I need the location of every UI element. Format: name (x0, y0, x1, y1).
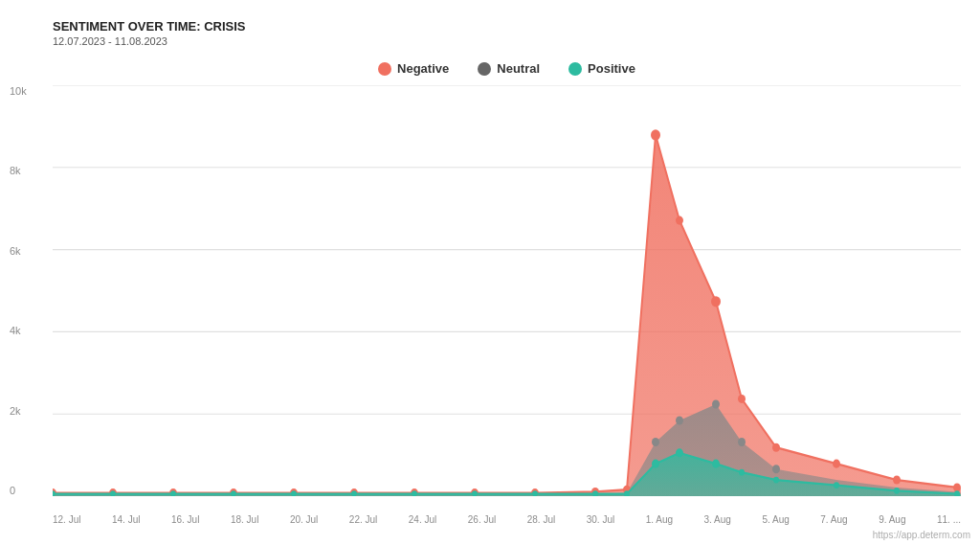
svg-point-26 (738, 438, 746, 446)
y-label-4k: 4k (10, 325, 27, 336)
chart-container: SENTIMENT OVER TIME: CRISIS 12.07.2023 -… (0, 0, 980, 545)
legend-label-negative: Negative (397, 61, 449, 76)
svg-point-16 (651, 129, 660, 140)
neutral-area (53, 404, 961, 496)
svg-point-22 (893, 476, 901, 485)
y-label-6k: 6k (10, 245, 27, 257)
y-label-2k: 2k (10, 405, 27, 417)
svg-point-38 (652, 460, 659, 468)
neu-dot (652, 438, 659, 446)
svg-point-17 (676, 216, 683, 225)
svg-point-40 (712, 460, 720, 468)
x-label-15: 11. ... (937, 514, 961, 525)
legend-item-neutral: Neutral (478, 61, 540, 76)
y-axis-labels: 0 2k 4k 6k 8k 10k (10, 85, 27, 496)
negative-area (53, 135, 961, 496)
svg-point-42 (773, 477, 779, 484)
svg-point-39 (676, 448, 683, 457)
legend-item-positive: Positive (568, 61, 635, 76)
svg-point-24 (676, 416, 683, 424)
svg-point-21 (833, 460, 840, 468)
legend-item-negative: Negative (378, 61, 449, 76)
legend-dot-neutral (478, 62, 491, 76)
chart-legend: Negative Neutral Positive (53, 61, 961, 76)
x-axis-labels: 12. Jul 14. Jul 16. Jul 18. Jul 20. Jul … (53, 514, 961, 525)
svg-point-43 (834, 482, 839, 488)
svg-point-25 (712, 400, 720, 409)
svg-point-44 (894, 488, 900, 494)
legend-label-positive: Positive (588, 61, 635, 76)
svg-point-23 (953, 483, 961, 491)
svg-point-27 (772, 465, 780, 473)
x-label-0: 12. Jul (53, 514, 80, 525)
x-label-11: 3. Aug (704, 514, 731, 525)
x-label-8: 28. Jul (527, 514, 555, 525)
watermark: https://app.determ.com (873, 530, 970, 540)
legend-label-neutral: Neutral (497, 61, 540, 76)
chart-svg (53, 85, 961, 496)
x-label-6: 24. Jul (409, 514, 436, 525)
svg-point-20 (772, 443, 780, 452)
svg-point-18 (711, 296, 721, 307)
x-label-14: 9. Aug (879, 514, 905, 525)
x-label-1: 14. Jul (112, 514, 140, 525)
x-label-10: 1. Aug (646, 514, 673, 525)
svg-point-19 (738, 395, 746, 403)
y-label-0: 0 (10, 485, 27, 496)
x-label-5: 22. Jul (349, 514, 377, 525)
y-label-10k: 10k (10, 85, 27, 97)
negative-line (53, 135, 957, 493)
y-label-8k: 8k (10, 165, 27, 176)
legend-dot-negative (378, 62, 391, 76)
x-label-4: 20. Jul (290, 514, 318, 525)
legend-dot-positive (568, 62, 582, 76)
x-label-9: 30. Jul (587, 514, 614, 525)
x-label-3: 18. Jul (231, 514, 258, 525)
chart-title: SENTIMENT OVER TIME: CRISIS (53, 19, 961, 34)
x-label-2: 16. Jul (171, 514, 199, 525)
x-label-13: 7. Aug (820, 514, 847, 525)
x-label-12: 5. Aug (762, 514, 789, 525)
chart-area: 0 2k 4k 6k 8k 10k (53, 85, 961, 496)
svg-point-41 (739, 469, 745, 476)
chart-subtitle: 12.07.2023 - 11.08.2023 (53, 35, 961, 47)
x-label-7: 26. Jul (468, 514, 496, 525)
